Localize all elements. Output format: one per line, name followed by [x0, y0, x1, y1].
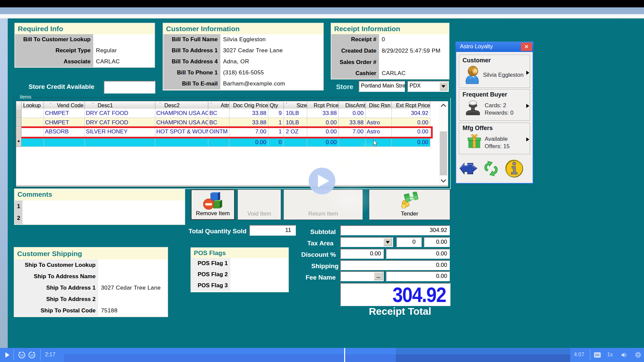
svg-text:10: 10 — [20, 354, 23, 357]
svg-text:10: 10 — [30, 354, 34, 357]
